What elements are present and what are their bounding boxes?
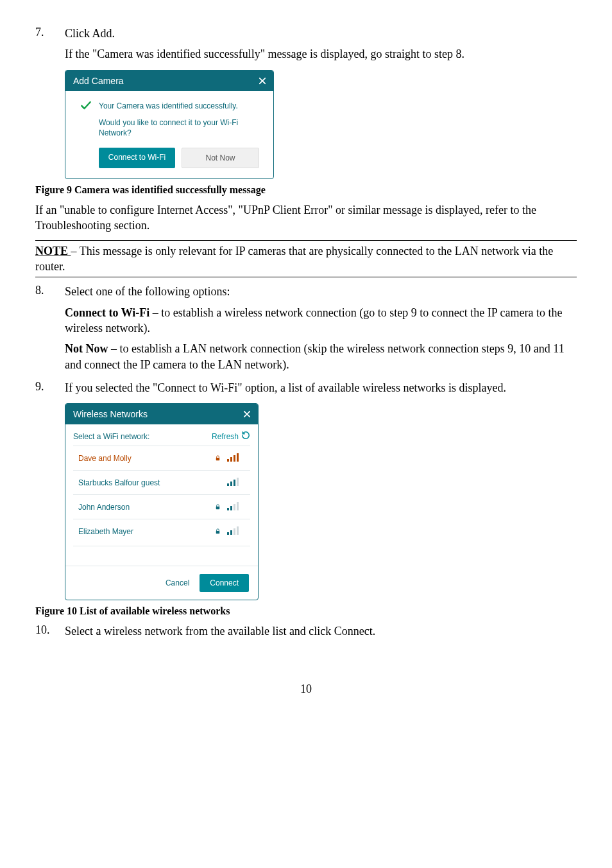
signal-bars-icon <box>227 501 239 512</box>
figure-9-caption: Figure 9 Camera was identified successfu… <box>35 184 577 196</box>
wireless-networks-dialog: Wireless Networks Select a WiFi network:… <box>65 403 259 600</box>
network-name: Starbucks Balfour guest <box>78 478 160 487</box>
network-status <box>213 501 246 512</box>
svg-rect-6 <box>216 531 219 534</box>
step-7: 7. Click Add. If the "Camera was identif… <box>35 26 577 67</box>
network-item[interactable]: Dave and Molly <box>73 446 250 470</box>
step-9: 9. If you selected the "Connect to Wi-Fi… <box>35 380 577 401</box>
step-body: Select a wireless network from the avail… <box>65 623 577 644</box>
option-not-now: Not Now – to establish a LAN network con… <box>65 341 577 372</box>
step-body: If you selected the "Connect to Wi-Fi" o… <box>65 380 577 401</box>
lock-icon <box>213 454 222 462</box>
lock-icon <box>213 503 222 511</box>
network-status <box>213 526 246 537</box>
checkmark-icon <box>80 99 92 114</box>
cancel-button[interactable]: Cancel <box>166 578 189 587</box>
network-name: Dave and Molly <box>78 454 132 463</box>
network-status <box>213 453 246 464</box>
signal-bars-icon <box>227 477 239 488</box>
connect-wifi-button[interactable]: Connect to Wi-Fi <box>99 148 175 168</box>
step-text: If the "Camera was identified successful… <box>65 46 577 62</box>
network-item[interactable]: Elizabeth Mayer <box>73 519 250 543</box>
step-body: Select one of the following options: Con… <box>65 284 577 377</box>
dialog-question: Would you like to connect it to your Wi-… <box>99 117 259 139</box>
add-camera-dialog: Add Camera Your Camera was identified su… <box>65 70 274 180</box>
close-icon[interactable] <box>242 408 251 421</box>
signal-bars-icon <box>227 453 239 464</box>
step-number: 10. <box>35 623 53 644</box>
success-row: Your Camera was identified successfully. <box>80 99 259 114</box>
step-text: If you selected the "Connect to Wi-Fi" o… <box>65 380 577 395</box>
connect-button[interactable]: Connect <box>200 574 249 592</box>
signal-bars-icon <box>227 526 239 537</box>
list-spacer <box>73 546 250 566</box>
option-connect-wifi: Connect to Wi-Fi – to establish a wirele… <box>65 305 577 336</box>
close-icon[interactable] <box>258 74 267 87</box>
step-7-followup: If an "unable to configure Internet Acce… <box>35 202 577 234</box>
step-intro: Select one of the following options: <box>65 284 577 299</box>
dialog-title-bar: Wireless Networks <box>65 404 258 424</box>
dialog-title-bar: Add Camera <box>65 71 273 91</box>
select-label: Select a WiFi network: <box>73 432 149 441</box>
dialog-body: Your Camera was identified successfully.… <box>65 91 273 179</box>
step-text: Click Add. <box>65 26 577 41</box>
not-now-button[interactable]: Not Now <box>182 148 259 168</box>
svg-rect-4 <box>216 458 219 460</box>
step-10: 10. Select a wireless network from the a… <box>35 623 577 644</box>
page-number: 10 <box>35 682 577 696</box>
dialog-subheader: Select a WiFi network: Refresh <box>65 424 258 446</box>
network-name: Elizabeth Mayer <box>78 527 133 536</box>
refresh-icon <box>241 431 250 442</box>
success-message: Your Camera was identified successfully. <box>99 101 238 110</box>
dialog-buttons: Connect to Wi-Fi Not Now <box>99 148 259 168</box>
dialog-title: Add Camera <box>73 76 124 86</box>
dialog-title: Wireless Networks <box>73 409 148 419</box>
step-number: 7. <box>35 26 53 67</box>
network-name: John Anderson <box>78 503 130 512</box>
svg-rect-5 <box>216 507 219 509</box>
step-8: 8. Select one of the following options: … <box>35 284 577 377</box>
lock-icon <box>213 527 222 535</box>
note-block: NOTE – This message is only relevant for… <box>35 240 577 278</box>
note-label: NOTE <box>35 245 71 257</box>
refresh-button[interactable]: Refresh <box>212 431 250 442</box>
figure-10-caption: Figure 10 List of available wireless net… <box>35 605 577 617</box>
step-body: Click Add. If the "Camera was identified… <box>65 26 577 67</box>
step-number: 9. <box>35 380 53 401</box>
dialog-footer: Cancel Connect <box>65 566 258 600</box>
network-item[interactable]: Starbucks Balfour guest <box>73 470 250 494</box>
step-number: 8. <box>35 284 53 377</box>
step-text: Select a wireless network from the avail… <box>65 623 577 639</box>
network-status <box>213 477 246 488</box>
network-list: Dave and MollyStarbucks Balfour guestJoh… <box>65 446 258 546</box>
note-body: – This message is only relevant for IP c… <box>35 245 553 273</box>
network-item[interactable]: John Anderson <box>73 494 250 519</box>
